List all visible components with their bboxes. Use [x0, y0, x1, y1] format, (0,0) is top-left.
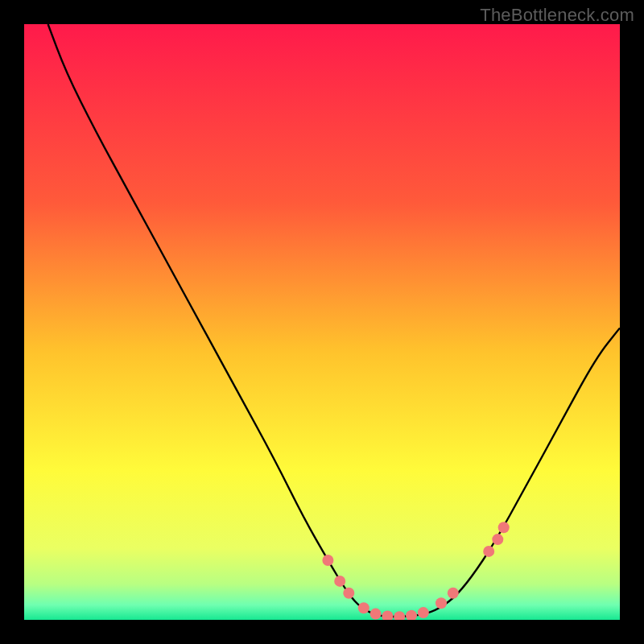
marker-point	[334, 576, 345, 587]
watermark-text: TheBottleneck.com	[480, 5, 634, 26]
chart-frame: TheBottleneck.com	[0, 0, 644, 644]
marker-point	[492, 534, 503, 545]
marker-point	[358, 602, 369, 613]
marker-point	[483, 546, 494, 557]
marker-point	[418, 607, 429, 618]
marker-point	[370, 609, 382, 620]
marker-point	[436, 597, 447, 609]
marker-point	[448, 588, 459, 599]
gradient-background	[24, 24, 620, 620]
marker-point	[322, 555, 333, 566]
marker-point	[498, 522, 510, 533]
chart-svg	[24, 24, 620, 620]
plot-area	[24, 24, 620, 620]
marker-point	[343, 588, 354, 599]
